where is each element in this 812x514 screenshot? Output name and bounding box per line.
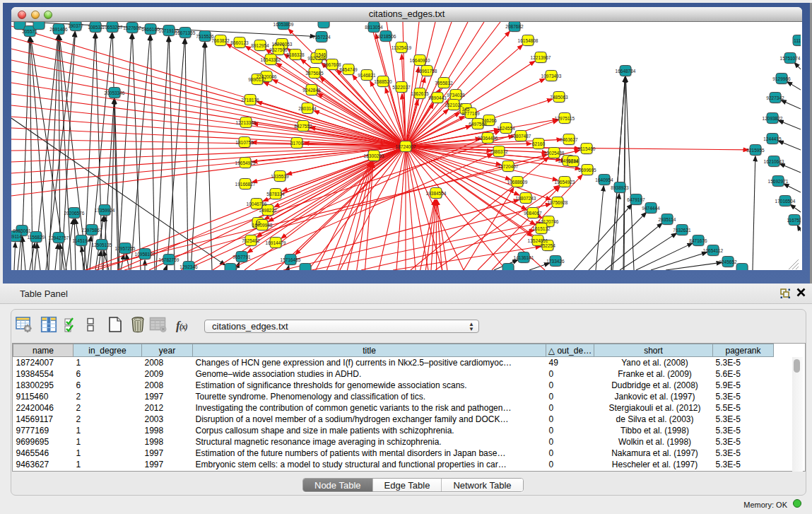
svg-text:1244415: 1244415 [763, 136, 782, 141]
svg-text:18724007: 18724007 [396, 144, 416, 149]
svg-text:1498222: 1498222 [259, 208, 277, 213]
svg-text:6479197: 6479197 [627, 197, 645, 202]
svg-text:7357224: 7357224 [312, 35, 331, 40]
svg-text:1112: 1112 [794, 38, 801, 43]
svg-text:8186328: 8186328 [286, 52, 305, 57]
svg-text:19654923: 19654923 [555, 180, 575, 185]
svg-text:6466160: 6466160 [141, 27, 160, 32]
svg-text:3875685: 3875685 [305, 71, 324, 76]
svg-text:16640910: 16640910 [410, 58, 430, 63]
svg-text:1145194: 1145194 [73, 238, 90, 243]
svg-text:1527602: 1527602 [123, 25, 141, 30]
svg-text:17359924: 17359924 [95, 208, 115, 213]
svg-text:17957255: 17957255 [115, 246, 136, 251]
svg-text:17016504: 17016504 [775, 199, 796, 204]
svg-text:1362615: 1362615 [411, 91, 429, 96]
svg-text:9474444: 9474444 [642, 206, 660, 211]
svg-text:16543362: 16543362 [261, 57, 281, 62]
svg-text:19218506: 19218506 [376, 34, 396, 39]
svg-text:18807243: 18807243 [516, 196, 536, 201]
svg-text:10973493: 10973493 [541, 74, 562, 78]
svg-text:15692971: 15692971 [768, 179, 789, 184]
svg-text:8985061: 8985061 [13, 228, 31, 233]
svg-text:9227342: 9227342 [766, 95, 784, 100]
svg-text:20053346: 20053346 [105, 90, 125, 95]
svg-text:9245652: 9245652 [719, 259, 737, 264]
svg-text:7625402: 7625402 [242, 238, 260, 243]
svg-text:9327500: 9327500 [269, 47, 288, 52]
svg-text:7632621: 7632621 [673, 228, 691, 233]
svg-text:10653267: 10653267 [102, 25, 123, 30]
svg-text:1640954: 1640954 [595, 177, 613, 182]
svg-text:16671355: 16671355 [175, 30, 196, 35]
svg-text:1588520: 1588520 [374, 79, 392, 84]
svg-text:9890443: 9890443 [428, 95, 447, 100]
svg-text:20206576: 20206576 [64, 211, 85, 216]
svg-text:252254: 252254 [540, 243, 555, 248]
svg-text:9734028: 9734028 [447, 93, 465, 98]
svg-text:16914479: 16914479 [266, 240, 286, 245]
svg-text:62160: 62160 [532, 141, 545, 146]
svg-text:2803144: 2803144 [298, 106, 317, 111]
svg-text:9115460: 9115460 [578, 146, 596, 151]
svg-text:6497568: 6497568 [469, 122, 487, 127]
svg-text:1621022: 1621022 [445, 103, 463, 107]
svg-text:5322037: 5322037 [392, 85, 411, 90]
svg-text:1733426: 1733426 [546, 259, 565, 264]
svg-text:9890137: 9890137 [248, 77, 266, 82]
svg-text:10025438: 10025438 [544, 151, 565, 156]
svg-text:12942757: 12942757 [49, 235, 69, 240]
svg-text:1810755: 1810755 [235, 140, 254, 145]
svg-text:9463627: 9463627 [560, 137, 578, 142]
svg-text:11325419: 11325419 [392, 45, 412, 50]
svg-text:1624554: 1624554 [497, 126, 515, 131]
svg-text:15720407: 15720407 [498, 164, 519, 169]
svg-text:12213349: 12213349 [236, 120, 257, 125]
svg-text:20364436: 20364436 [478, 136, 498, 141]
svg-text:10958107: 10958107 [135, 252, 155, 257]
svg-text:16053809: 16053809 [273, 22, 294, 27]
svg-text:19166827: 19166827 [235, 182, 256, 187]
svg-text:12505135: 12505135 [92, 243, 112, 247]
svg-text:10688609: 10688609 [507, 180, 528, 185]
svg-text:108532: 108532 [88, 25, 103, 30]
svg-text:18300293: 18300293 [364, 153, 384, 158]
svg-text:12975115: 12975115 [555, 116, 575, 121]
svg-text:12093822: 12093822 [763, 116, 783, 121]
svg-text:7485063: 7485063 [550, 95, 568, 100]
svg-text:8454749: 8454749 [339, 67, 358, 72]
svg-text:39114: 39114 [11, 234, 22, 239]
svg-text:19654925: 19654925 [235, 160, 256, 165]
svg-text:2691406: 2691406 [49, 27, 68, 32]
svg-text:6699695: 6699695 [578, 168, 596, 173]
svg-text:8912954: 8912954 [251, 43, 269, 48]
svg-text:2935114: 2935114 [659, 217, 676, 222]
svg-text:8660123: 8660123 [230, 40, 249, 45]
svg-text:1546: 1546 [316, 52, 326, 57]
svg-text:16648784: 16648784 [616, 69, 636, 74]
svg-text:1335539: 1335539 [271, 174, 289, 179]
svg-text:9242848: 9242848 [302, 88, 321, 93]
svg-text:31700: 31700 [290, 141, 303, 146]
svg-text:16210643: 16210643 [764, 159, 784, 164]
svg-text:19756928: 19756928 [548, 200, 568, 205]
svg-text:15226053: 15226053 [272, 42, 293, 47]
svg-text:16961758: 16961758 [417, 69, 437, 74]
svg-text:2718176: 2718176 [241, 98, 259, 103]
svg-text:7955812: 7955812 [435, 81, 453, 86]
svg-text:9777169: 9777169 [461, 111, 480, 116]
svg-text:1615132: 1615132 [532, 226, 551, 231]
svg-text:7663822: 7663822 [211, 38, 230, 43]
svg-text:23975867: 23975867 [82, 228, 102, 233]
svg-text:190377: 190377 [68, 23, 83, 28]
svg-text:5878334: 5878334 [266, 192, 285, 197]
svg-text:1156829: 1156829 [28, 235, 45, 240]
svg-text:8938923: 8938923 [611, 185, 629, 190]
svg-text:16154808: 16154808 [518, 38, 539, 43]
svg-text:2087682: 2087682 [505, 24, 524, 29]
svg-text:2967608: 2967608 [323, 62, 341, 67]
svg-text:9084067: 9084067 [524, 211, 542, 216]
svg-text:12213967: 12213967 [531, 55, 551, 60]
svg-text:9657791: 9657791 [233, 255, 251, 259]
svg-text:10807487: 10807487 [511, 134, 531, 139]
